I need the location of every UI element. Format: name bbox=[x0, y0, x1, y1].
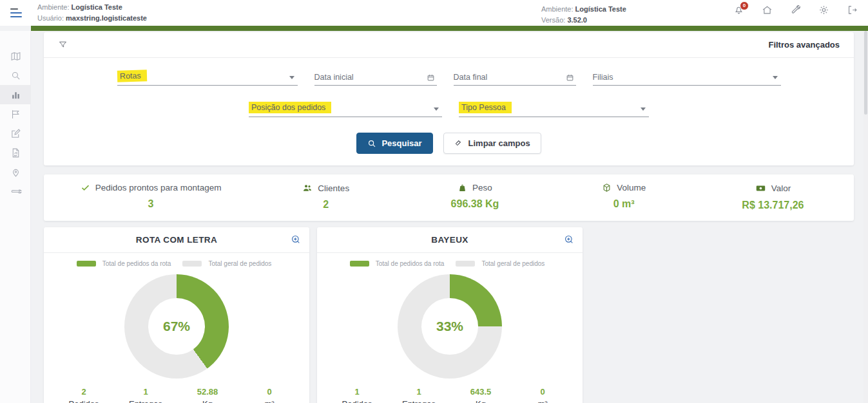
stat-kg: 52.88Kg bbox=[177, 387, 238, 403]
route-card-title: ROTA COM LETRA bbox=[136, 235, 217, 245]
edit-icon[interactable] bbox=[0, 124, 31, 143]
data-final-label: Data final bbox=[454, 73, 488, 82]
volume-icon bbox=[602, 183, 612, 192]
summary-clientes: Clientes 2 bbox=[251, 183, 400, 211]
top-bar: Ambiente: Logística Teste Usuário: maxst… bbox=[0, 0, 868, 26]
summary-pedidos-value: 3 bbox=[50, 198, 251, 210]
brand-green-bar bbox=[31, 26, 868, 31]
environment-info-center: Ambiente: Logística Teste Versão: 3.52.0 bbox=[541, 4, 626, 26]
sidebar bbox=[0, 31, 31, 403]
summary-volume-label: Volume bbox=[617, 183, 646, 192]
main-content: Filtros avançados Rotas Data inicial Dat… bbox=[31, 31, 868, 403]
search-icon bbox=[367, 139, 376, 148]
summary-card: Pedidos prontos para montagem 3 Clientes… bbox=[44, 174, 854, 221]
search-icon[interactable] bbox=[0, 66, 31, 85]
zoom-in-icon[interactable] bbox=[291, 234, 301, 245]
clients-icon bbox=[302, 183, 313, 193]
weight-icon bbox=[458, 183, 467, 192]
chart-legend: Total de pedidos da rota Total geral de … bbox=[44, 260, 309, 267]
wrench-icon[interactable] bbox=[790, 5, 801, 15]
pesquisar-button[interactable]: Pesquisar bbox=[356, 133, 432, 154]
donut-chart[interactable]: 33% bbox=[398, 274, 502, 379]
stat-m3: 0m³ bbox=[238, 387, 300, 403]
eraser-icon bbox=[454, 139, 463, 148]
tools-icon[interactable] bbox=[0, 182, 31, 201]
summary-volume: Volume 0 m³ bbox=[550, 183, 699, 211]
stat-entregas: 1Entregas bbox=[388, 387, 450, 403]
zoom-in-icon[interactable] bbox=[564, 234, 574, 245]
document-sync-icon[interactable] bbox=[0, 143, 31, 162]
environment-info-left: Ambiente: Logística Teste Usuário: maxst… bbox=[37, 2, 147, 24]
summary-valor: Valor R$ 13.717,26 bbox=[699, 183, 847, 211]
legend-label-geral: Total geral de pedidos bbox=[481, 260, 545, 267]
stat-pedidos: 1Pedidos bbox=[326, 387, 388, 403]
map-icon[interactable] bbox=[0, 46, 31, 66]
data-final-input[interactable]: Data final bbox=[454, 70, 576, 86]
tipo-pessoa-select[interactable]: Tipo Pessoa bbox=[459, 101, 649, 117]
bell-icon[interactable]: 0 bbox=[733, 5, 744, 15]
location-pin-icon[interactable] bbox=[0, 162, 31, 182]
filters-title: Filtros avançados bbox=[768, 40, 840, 50]
summary-valor-label: Valor bbox=[771, 183, 791, 193]
chevron-down-icon bbox=[641, 108, 646, 111]
donut-percent-label: 33% bbox=[436, 319, 463, 334]
scrollbar[interactable] bbox=[863, 31, 868, 403]
filiais-label: Filiais bbox=[593, 73, 613, 82]
notification-badge: 0 bbox=[740, 1, 749, 10]
summary-pedidos: Pedidos prontos para montagem 3 bbox=[50, 183, 251, 211]
legend-swatch-green bbox=[77, 261, 96, 267]
limpar-campos-button[interactable]: Limpar campos bbox=[443, 133, 541, 154]
check-icon bbox=[81, 183, 90, 192]
flag-icon[interactable] bbox=[0, 104, 31, 124]
stat-entregas: 1Entregas bbox=[115, 387, 177, 403]
ambiente-value-2: Logística Teste bbox=[575, 5, 626, 13]
stat-kg: 643.5Kg bbox=[450, 387, 512, 403]
route-card-rota-com-letra: ROTA COM LETRA Total de pedidos da rota … bbox=[44, 227, 309, 403]
tipo-pessoa-label: Tipo Pessoa bbox=[459, 102, 512, 113]
summary-pedidos-label: Pedidos prontos para montagem bbox=[95, 183, 222, 192]
route-card-title: BAYEUX bbox=[431, 235, 468, 245]
usuario-label: Usuário: bbox=[37, 14, 64, 22]
chevron-down-icon bbox=[434, 108, 439, 111]
filiais-select[interactable]: Filiais bbox=[593, 70, 781, 86]
route-card-bayeux: BAYEUX Total de pedidos da rota Total ge… bbox=[317, 227, 583, 403]
legend-swatch-green bbox=[350, 261, 369, 267]
menu-icon[interactable] bbox=[10, 8, 23, 17]
summary-clientes-label: Clientes bbox=[318, 183, 349, 193]
chevron-down-icon bbox=[773, 76, 778, 79]
usuario-value: maxstring.logisticateste bbox=[66, 14, 147, 22]
calendar-icon[interactable] bbox=[566, 73, 574, 82]
legend-label-rota: Total de pedidos da rota bbox=[376, 260, 445, 267]
versao-value: 3.52.0 bbox=[567, 16, 587, 24]
summary-valor-value: R$ 13.717,26 bbox=[699, 200, 847, 211]
chevron-down-icon bbox=[289, 76, 294, 79]
versao-label: Versão: bbox=[541, 16, 565, 24]
ambiente-value: Logística Teste bbox=[72, 3, 122, 11]
ambiente-label: Ambiente: bbox=[37, 3, 70, 11]
summary-clientes-value: 2 bbox=[251, 199, 400, 211]
filter-funnel-icon[interactable] bbox=[58, 40, 68, 50]
stat-m3: 0m³ bbox=[512, 387, 574, 403]
summary-volume-value: 0 m³ bbox=[550, 198, 699, 210]
data-inicial-label: Data inicial bbox=[314, 73, 354, 82]
summary-peso-value: 696.38 Kg bbox=[400, 198, 549, 210]
legend-label-rota: Total de pedidos da rota bbox=[102, 260, 171, 267]
donut-chart[interactable]: 67% bbox=[124, 274, 229, 379]
summary-peso: Peso 696.38 Kg bbox=[400, 183, 549, 211]
logout-icon[interactable] bbox=[847, 5, 858, 15]
posicao-pedidos-select[interactable]: Posição dos pedidos bbox=[249, 101, 442, 117]
rotas-label: Rotas bbox=[117, 70, 146, 82]
data-inicial-input[interactable]: Data inicial bbox=[314, 70, 437, 86]
chart-legend: Total de pedidos da rota Total geral de … bbox=[317, 260, 583, 267]
calendar-icon[interactable] bbox=[427, 73, 435, 82]
money-icon bbox=[755, 183, 766, 194]
legend-swatch-gray bbox=[182, 261, 202, 267]
posicao-pedidos-label: Posição dos pedidos bbox=[249, 102, 331, 113]
bar-chart-icon[interactable] bbox=[0, 85, 31, 104]
summary-peso-label: Peso bbox=[472, 183, 492, 192]
gear-icon[interactable] bbox=[818, 5, 829, 15]
rotas-select[interactable]: Rotas bbox=[117, 70, 298, 86]
ambiente-label-2: Ambiente: bbox=[541, 5, 574, 13]
legend-label-geral: Total geral de pedidos bbox=[208, 260, 271, 267]
home-icon[interactable] bbox=[762, 5, 773, 15]
